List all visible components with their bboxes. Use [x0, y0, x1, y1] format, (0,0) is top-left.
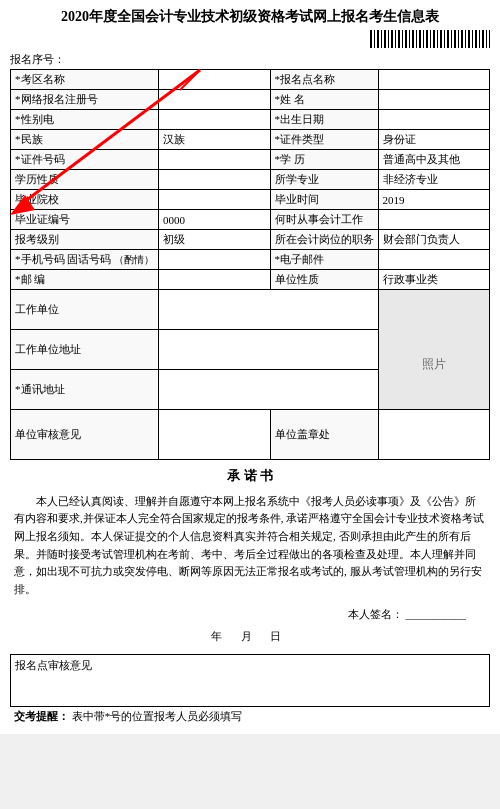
unit-review-value[interactable] — [159, 410, 271, 460]
birthday-value[interactable] — [378, 110, 490, 130]
edu-nature-value[interactable] — [159, 170, 271, 190]
postcode-value[interactable] — [159, 270, 271, 290]
education-label: *学 历 — [270, 150, 378, 170]
ethnicity-value[interactable]: 汉族 — [159, 130, 271, 150]
table-row: *网络报名注册号 *姓 名 — [11, 90, 490, 110]
grad-cert-label: 毕业证编号 — [11, 210, 159, 230]
work-time-label: 何时从事会计工作 — [270, 210, 378, 230]
table-row: *性别电 *出生日期 — [11, 110, 490, 130]
id-number-value[interactable] — [159, 150, 271, 170]
contact-address-value[interactable] — [159, 370, 379, 410]
review-label: 报名点审核意见 — [15, 659, 92, 671]
pledge-section: 承 诺 书 本人已经认真阅读、理解并自愿遵守本网上报名系统中《报考人员必读事项》… — [10, 460, 490, 652]
review-section: 报名点审核意见 — [10, 654, 490, 707]
grad-year-value[interactable]: 2019 — [378, 190, 490, 210]
table-row: 毕业证编号 0000 何时从事会计工作 — [11, 210, 490, 230]
work-position-value[interactable]: 财会部门负责人 — [378, 230, 490, 250]
table-row: *手机号码 固话号码 （酌情） *电子邮件 — [11, 250, 490, 270]
work-address-label: 工作单位地址 — [11, 330, 159, 370]
gender-value[interactable] — [159, 110, 271, 130]
table-row: *邮 编 单位性质 行政事业类 — [11, 270, 490, 290]
grad-school-label: 毕业院校 — [11, 190, 159, 210]
name-value[interactable] — [378, 90, 490, 110]
footer-note: 交考提醒： 表中带*号的位置报考人员必须填写 — [10, 707, 490, 726]
id-number-label: *证件号码 — [11, 150, 159, 170]
id-type-value[interactable]: 身份证 — [378, 130, 490, 150]
signature-line: ___________ — [406, 608, 467, 620]
table-row: 毕业院校 毕业时间 2019 — [11, 190, 490, 210]
signature-row: 本人签名： ___________ — [14, 606, 486, 624]
submit-tip-text: 表中带*号的位置报考人员必须填写 — [72, 710, 243, 722]
major-label: 所学专业 — [270, 170, 378, 190]
pledge-title: 承 诺 书 — [14, 466, 486, 487]
main-form-table: *考区名称 *报名点名称 *网络报名注册号 *姓 名 *性别电 *出生日期 *民… — [10, 69, 490, 460]
table-row: 报考级别 初级 所在会计岗位的职务 财会部门负责人 — [11, 230, 490, 250]
table-row: *证件号码 *学 历 普通高中及其他 — [11, 150, 490, 170]
unit-review-label: 单位审核意见 — [11, 410, 159, 460]
barcode-image — [370, 30, 490, 48]
table-row: 单位审核意见 单位盖章处 — [11, 410, 490, 460]
page-container: 2020年度全国会计专业技术初级资格考试网上报名考生信息表 报名序号： *考区名… — [0, 0, 500, 734]
unit-nature-label: 单位性质 — [270, 270, 378, 290]
table-row: *考区名称 *报名点名称 — [11, 70, 490, 90]
signature-label: 本人签名： — [348, 608, 403, 620]
birthday-label: *出生日期 — [270, 110, 378, 130]
reg-number-row: 报名序号： — [10, 52, 490, 67]
gender-label: *性别电 — [11, 110, 159, 130]
work-address-value[interactable] — [159, 330, 379, 370]
work-time-value[interactable] — [378, 210, 490, 230]
work-position-label: 所在会计岗位的职务 — [270, 230, 378, 250]
unit-seal-value[interactable] — [378, 410, 490, 460]
grad-school-value[interactable] — [159, 190, 271, 210]
edu-nature-label: 学历性质 — [11, 170, 159, 190]
contact-address-label: *通讯地址 — [11, 370, 159, 410]
grad-cert-value[interactable]: 0000 — [159, 210, 271, 230]
review-value[interactable] — [15, 673, 485, 703]
table-row: *民族 汉族 *证件类型 身份证 — [11, 130, 490, 150]
email-value[interactable] — [378, 250, 490, 270]
date-row: 年 月 日 — [14, 628, 486, 646]
photo-cell: 照片 — [378, 290, 490, 410]
work-unit-label: 工作单位 — [11, 290, 159, 330]
unit-nature-value[interactable]: 行政事业类 — [378, 270, 490, 290]
pledge-text: 本人已经认真阅读、理解并自愿遵守本网上报名系统中《报考人员必读事项》及《公告》所… — [14, 493, 486, 599]
table-row: 学历性质 所学专业 非经济专业 — [11, 170, 490, 190]
reg-point-label: *报名点名称 — [270, 70, 378, 90]
reg-level-value[interactable]: 初级 — [159, 230, 271, 250]
exam-district-label: *考区名称 — [11, 70, 159, 90]
online-reg-label: *网络报名注册号 — [11, 90, 159, 110]
postcode-label: *邮 编 — [11, 270, 159, 290]
phone-value[interactable] — [159, 250, 271, 270]
major-value[interactable]: 非经济专业 — [378, 170, 490, 190]
name-label: *姓 名 — [270, 90, 378, 110]
online-reg-value[interactable] — [159, 90, 271, 110]
submit-tip-label: 交考提醒： — [14, 710, 69, 722]
education-value[interactable]: 普通高中及其他 — [378, 150, 490, 170]
unit-seal-label: 单位盖章处 — [270, 410, 378, 460]
id-type-label: *证件类型 — [270, 130, 378, 150]
ethnicity-label: *民族 — [11, 130, 159, 150]
table-row: 工作单位 照片 — [11, 290, 490, 330]
grad-year-label: 毕业时间 — [270, 190, 378, 210]
work-unit-value[interactable] — [159, 290, 379, 330]
reg-number-label: 报名序号： — [10, 53, 65, 65]
reg-level-label: 报考级别 — [11, 230, 159, 250]
photo-label: 照片 — [383, 356, 486, 373]
phone-label: *手机号码 固话号码 （酌情） — [11, 250, 159, 270]
exam-district-value[interactable] — [159, 70, 271, 90]
email-label: *电子邮件 — [270, 250, 378, 270]
reg-point-value[interactable] — [378, 70, 490, 90]
barcode-row — [10, 30, 490, 48]
page-title: 2020年度全国会计专业技术初级资格考试网上报名考生信息表 — [10, 8, 490, 26]
